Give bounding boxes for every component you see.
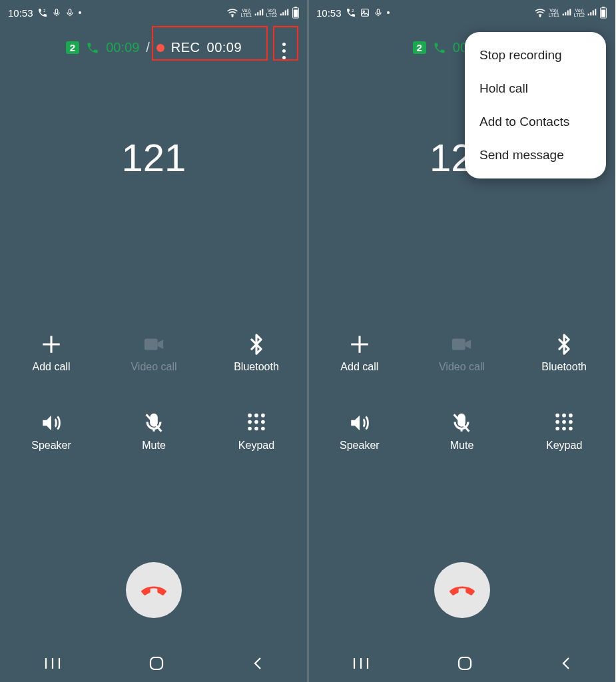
bluetooth-label: Bluetooth	[234, 361, 279, 373]
battery-icon	[599, 7, 607, 19]
more-dots-icon	[282, 43, 286, 59]
phone-small-icon: 2	[346, 7, 356, 18]
phone-small-icon: 2	[37, 7, 48, 18]
speaker-icon	[40, 412, 63, 434]
video-icon	[450, 333, 473, 356]
rec-dot-icon	[156, 44, 164, 52]
home-icon[interactable]	[148, 655, 165, 672]
video-call-label: Video call	[439, 361, 485, 373]
rec-label: REC	[171, 40, 200, 55]
clock-text: 10:53	[8, 7, 33, 19]
svg-point-17	[261, 427, 265, 431]
svg-point-13	[254, 420, 258, 424]
keypad-button[interactable]: Keypad	[513, 412, 615, 452]
svg-rect-2	[69, 9, 71, 14]
menu-hold-call[interactable]: Hold call	[465, 72, 606, 105]
phone-left: 10:53 2 Vo)) LTE1 Vo)) LTE2	[0, 0, 308, 682]
video-icon	[143, 333, 165, 356]
video-call-label: Video call	[131, 361, 176, 373]
recent-apps-icon[interactable]	[352, 657, 370, 670]
overflow-menu: Stop recording Hold call Add to Contacts…	[465, 32, 606, 178]
gallery-icon	[360, 8, 370, 17]
keypad-icon	[553, 412, 575, 434]
svg-rect-7	[145, 339, 158, 350]
status-left: 10:53 2	[8, 7, 81, 19]
separator: /	[146, 40, 150, 55]
mute-icon	[450, 412, 473, 434]
speaker-button[interactable]: Speaker	[308, 412, 411, 452]
mic-icon	[374, 8, 383, 17]
svg-text:2: 2	[43, 9, 45, 13]
speaker-icon	[348, 412, 371, 434]
speaker-button[interactable]: Speaker	[0, 412, 103, 452]
bluetooth-button[interactable]: Bluetooth	[205, 333, 308, 373]
add-call-button[interactable]: Add call	[0, 333, 103, 373]
mute-button[interactable]: Mute	[103, 412, 205, 452]
signal-icon	[280, 9, 289, 17]
svg-point-9	[248, 414, 252, 418]
phone-icon	[86, 41, 99, 55]
recent-apps-icon[interactable]	[43, 657, 62, 670]
hangup-icon	[139, 575, 168, 605]
menu-stop-recording[interactable]: Stop recording	[465, 39, 606, 72]
lte1-indicator: Vo)) LTE1	[241, 8, 252, 17]
mic-icon	[52, 8, 61, 17]
status-left: 10:53 2	[316, 7, 390, 19]
lte2-indicator: Vo)) LTE2	[574, 8, 585, 17]
svg-text:2: 2	[352, 9, 354, 13]
svg-point-33	[562, 420, 566, 424]
menu-add-to-contacts[interactable]: Add to Contacts	[465, 105, 606, 139]
mute-button[interactable]: Mute	[411, 412, 513, 452]
rec-time: 00:09	[207, 40, 242, 55]
svg-rect-1	[55, 9, 58, 14]
back-icon[interactable]	[251, 655, 264, 671]
menu-send-message[interactable]: Send message	[465, 139, 606, 172]
more-button[interactable]	[273, 37, 294, 64]
svg-point-35	[555, 427, 559, 431]
add-call-button[interactable]: Add call	[308, 333, 411, 373]
status-dot	[79, 11, 81, 14]
status-bar: 10:53 2 Vo)) LTE1 Vo)) LTE2	[0, 0, 308, 25]
caller-number: 121	[0, 135, 308, 180]
sim-badge: 2	[413, 41, 426, 54]
keypad-button[interactable]: Keypad	[205, 412, 308, 452]
back-icon[interactable]	[559, 655, 573, 671]
svg-point-12	[248, 420, 252, 424]
signal-icon	[587, 9, 597, 17]
nav-bar	[308, 645, 615, 682]
bluetooth-icon	[553, 333, 575, 356]
wifi-icon	[226, 8, 238, 17]
home-icon[interactable]	[456, 655, 473, 672]
svg-rect-6	[294, 10, 298, 17]
action-grid: Add call Video call Bluetooth Speaker Mu…	[0, 333, 308, 452]
bluetooth-button[interactable]: Bluetooth	[513, 333, 615, 373]
status-right: Vo)) LTE1 Vo)) LTE2	[534, 7, 607, 19]
clock-text: 10:53	[316, 7, 342, 19]
svg-point-3	[232, 16, 233, 17]
bluetooth-label: Bluetooth	[541, 361, 587, 373]
svg-point-31	[569, 414, 573, 418]
svg-rect-25	[602, 7, 605, 8]
wifi-icon	[534, 8, 546, 17]
keypad-icon	[245, 412, 268, 434]
svg-point-21	[363, 11, 364, 12]
svg-rect-20	[361, 9, 368, 17]
plus-icon	[40, 333, 63, 356]
video-call-button: Video call	[103, 333, 205, 373]
video-call-button: Video call	[411, 333, 513, 373]
svg-point-32	[555, 420, 559, 424]
svg-rect-18	[151, 657, 162, 669]
end-call-button[interactable]	[434, 562, 490, 618]
phone-right: 10:53 2 Vo)) LTE1 Vo)) LTE2	[308, 0, 615, 682]
status-bar: 10:53 2 Vo)) LTE1 Vo)) LTE2	[308, 0, 615, 25]
svg-point-11	[261, 414, 265, 418]
end-call-button[interactable]	[126, 562, 182, 618]
svg-point-29	[555, 414, 559, 418]
mute-label: Mute	[450, 440, 474, 452]
svg-point-23	[539, 16, 541, 17]
svg-rect-26	[601, 10, 605, 17]
svg-point-10	[254, 414, 258, 418]
svg-rect-22	[377, 9, 380, 14]
svg-point-36	[562, 427, 566, 431]
svg-rect-27	[452, 339, 465, 350]
